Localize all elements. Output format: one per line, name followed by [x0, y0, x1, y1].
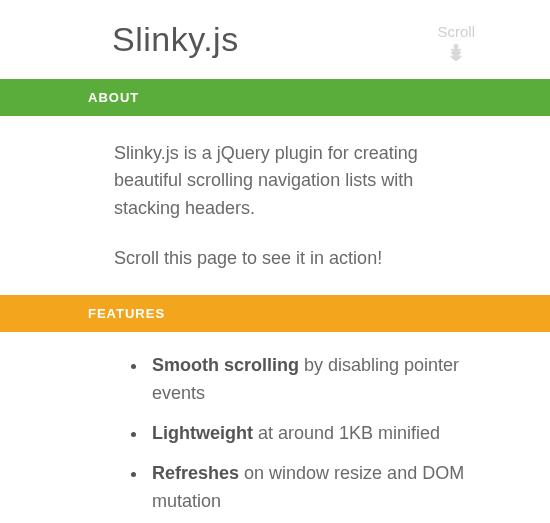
page-title: Slinky.js [112, 20, 239, 59]
features-list: Smooth scrolling by disabling pointer ev… [70, 332, 505, 515]
list-item: Lightweight at around 1KB minified [148, 420, 475, 448]
about-paragraph-2: Scroll this page to see it in action! [114, 245, 483, 273]
about-paragraph-1: Slinky.js is a jQuery plugin for creatin… [114, 140, 483, 224]
feature-strong: Lightweight [152, 423, 253, 443]
feature-strong: Smooth scrolling [152, 355, 299, 375]
section-header-features: FEATURES [0, 295, 550, 332]
list-item: Refreshes on window resize and DOM mutat… [148, 460, 475, 516]
page-container: Slinky.js Scroll ABOUT Slinky.js is a jQ… [0, 0, 550, 516]
feature-rest: at around 1KB minified [253, 423, 440, 443]
feature-strong: Refreshes [152, 463, 239, 483]
header-row: Slinky.js Scroll [70, 20, 505, 79]
section-header-about: ABOUT [0, 79, 550, 116]
about-body: Slinky.js is a jQuery plugin for creatin… [70, 116, 505, 274]
scroll-hint: Scroll [437, 24, 475, 61]
list-item: Smooth scrolling by disabling pointer ev… [148, 352, 475, 408]
svg-rect-0 [454, 44, 459, 52]
arrow-down-icon [437, 43, 475, 61]
scroll-hint-label: Scroll [437, 23, 475, 40]
